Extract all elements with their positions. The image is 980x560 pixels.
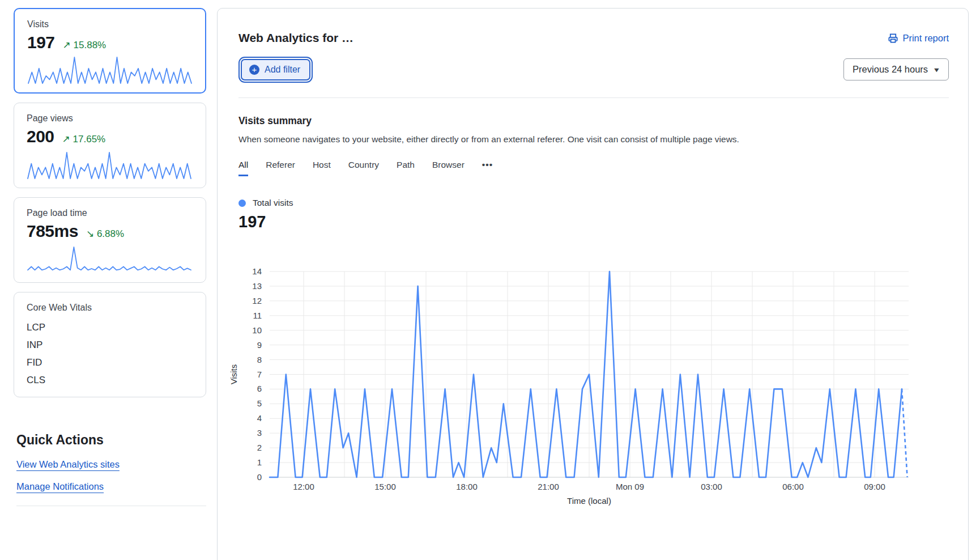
- tab-referer[interactable]: Referer: [266, 160, 295, 176]
- total-visits-legend-dot-icon: [238, 200, 246, 207]
- metric-value: 785ms: [27, 222, 78, 241]
- plus-circle-icon: +: [249, 65, 259, 75]
- add-filter-button[interactable]: + Add filter: [241, 59, 310, 80]
- trend-up-indicator: ↗ 15.88%: [63, 39, 106, 51]
- cwv-label: CLS: [27, 375, 56, 386]
- trend-up-arrow-icon: ↗: [63, 40, 71, 50]
- tab-path[interactable]: Path: [397, 160, 415, 176]
- total-visits-value: 197: [238, 213, 949, 231]
- metric-value: 197: [27, 33, 55, 52]
- svg-text:18:00: 18:00: [456, 482, 478, 491]
- cwv-label: FID: [27, 357, 56, 368]
- trend-value: 15.88%: [74, 40, 106, 50]
- visits-chart-svg: 0123456789101112131412:0015:0018:0021:00…: [218, 235, 943, 518]
- time-range-label: Previous 24 hours: [853, 64, 928, 75]
- view-web-analytics-sites-link[interactable]: View Web Analytics sites: [16, 459, 120, 470]
- trend-value: 6.88%: [97, 228, 124, 239]
- svg-text:14: 14: [252, 266, 262, 276]
- metric-value: 200: [27, 127, 54, 146]
- visits-summary-title: Visits summary: [238, 115, 949, 127]
- cwv-label: INP: [27, 340, 56, 351]
- svg-text:3: 3: [257, 428, 262, 438]
- trend-up-arrow-icon: ↗: [62, 134, 70, 145]
- svg-text:7: 7: [257, 370, 262, 379]
- quick-actions-title: Quick Actions: [16, 432, 206, 448]
- metric-card-page-views[interactable]: Page views 200 ↗ 17.65%: [14, 103, 206, 188]
- tab-host[interactable]: Host: [313, 160, 331, 176]
- add-filter-label: Add filter: [265, 65, 300, 75]
- page-load-time-sparkline: [25, 244, 193, 275]
- cwv-label: LCP: [27, 322, 56, 333]
- trend-up-indicator: ↗ 17.65%: [62, 133, 106, 145]
- svg-text:06:00: 06:00: [782, 482, 804, 491]
- manage-notifications-link[interactable]: Manage Notifications: [16, 481, 104, 492]
- svg-text:12: 12: [252, 296, 262, 306]
- metrics-sidebar: Visits 197 ↗ 15.88% Page views 200 ↗ 17.…: [14, 8, 206, 506]
- cwv-row-cls: CLS: [27, 375, 193, 386]
- svg-text:09:00: 09:00: [864, 482, 885, 491]
- chevron-down-icon: ▼: [932, 66, 940, 73]
- total-visits-legend-label: Total visits: [253, 198, 293, 208]
- web-analytics-panel: Web Analytics for … Print report + Add f…: [217, 8, 969, 560]
- metric-card-page-load-time[interactable]: Page load time 785ms ↘ 6.88%: [14, 197, 206, 283]
- svg-text:6: 6: [257, 384, 262, 393]
- metric-card-visits[interactable]: Visits 197 ↗ 15.88%: [14, 8, 206, 94]
- metric-label: Page load time: [27, 208, 193, 218]
- time-range-dropdown[interactable]: Previous 24 hours ▼: [843, 58, 949, 80]
- printer-icon: [888, 33, 898, 44]
- print-report-label: Print report: [902, 33, 949, 44]
- svg-text:12:00: 12:00: [293, 482, 314, 491]
- svg-text:0: 0: [257, 472, 262, 482]
- svg-text:11: 11: [253, 311, 262, 320]
- svg-text:4: 4: [257, 413, 262, 423]
- svg-text:2: 2: [257, 443, 262, 452]
- visits-line-chart: 0123456789101112131412:0015:0018:0021:00…: [218, 235, 968, 520]
- svg-text:Mon 09: Mon 09: [616, 482, 644, 491]
- svg-text:21:00: 21:00: [538, 482, 559, 491]
- page-views-sparkline: [25, 149, 193, 181]
- print-report-link[interactable]: Print report: [888, 33, 949, 44]
- visits-summary-description: When someone navigates to your website, …: [238, 134, 949, 145]
- quick-actions-section: Quick Actions View Web Analytics sites M…: [14, 432, 206, 506]
- trend-value: 17.65%: [73, 134, 106, 145]
- svg-text:5: 5: [257, 398, 262, 408]
- core-web-vitals-card[interactable]: Core Web Vitals LCP INP FID CLS: [14, 292, 206, 397]
- svg-text:Time (local): Time (local): [567, 496, 611, 506]
- tab-country[interactable]: Country: [348, 160, 379, 176]
- tab-browser[interactable]: Browser: [432, 160, 465, 176]
- tab-all[interactable]: All: [238, 160, 248, 176]
- trend-down-indicator: ↘ 6.88%: [86, 228, 124, 240]
- svg-text:8: 8: [257, 355, 262, 364]
- sidebar-divider: [16, 506, 206, 506]
- tabs-overflow-menu[interactable]: •••: [482, 160, 493, 176]
- metric-label: Page views: [27, 113, 193, 124]
- svg-text:10: 10: [252, 325, 262, 335]
- summary-tabs: All Referer Host Country Path Browser ••…: [238, 160, 949, 176]
- cwv-row-inp: INP: [27, 340, 193, 351]
- page-title: Web Analytics for …: [238, 31, 353, 45]
- svg-text:1: 1: [257, 457, 262, 467]
- svg-text:Visits: Visits: [229, 364, 238, 385]
- trend-down-arrow-icon: ↘: [86, 228, 94, 239]
- svg-text:15:00: 15:00: [374, 482, 396, 491]
- svg-text:03:00: 03:00: [701, 482, 722, 491]
- chart-legend: Total visits: [238, 198, 949, 208]
- core-web-vitals-title: Core Web Vitals: [27, 303, 193, 313]
- svg-text:13: 13: [252, 281, 262, 291]
- visits-sparkline: [26, 54, 194, 86]
- cwv-row-lcp: LCP: [27, 322, 193, 333]
- cwv-row-fid: FID: [27, 357, 193, 368]
- svg-text:9: 9: [257, 340, 262, 350]
- metric-label: Visits: [27, 19, 193, 29]
